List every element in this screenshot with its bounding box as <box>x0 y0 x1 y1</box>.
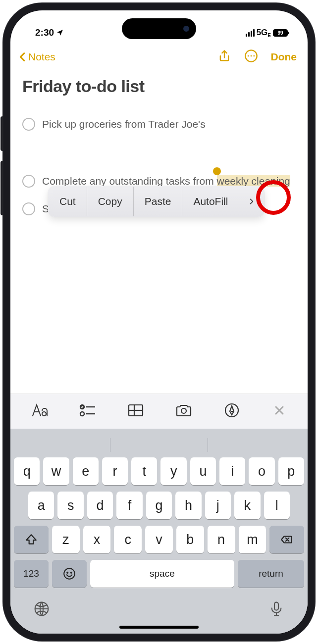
key-b[interactable]: b <box>176 526 204 553</box>
share-icon <box>217 49 231 63</box>
key-z[interactable]: z <box>52 526 80 553</box>
home-indicator[interactable] <box>119 626 199 629</box>
key-row-1: q w e r t y u i o p <box>13 457 305 485</box>
emoji-icon <box>63 567 76 580</box>
checkbox[interactable] <box>22 118 35 131</box>
format-button[interactable] <box>26 401 53 422</box>
svg-point-14 <box>67 572 68 573</box>
network-label: 5GE <box>257 28 271 38</box>
globe-icon <box>34 601 50 617</box>
nav-right: Done <box>217 49 297 65</box>
checklist-button[interactable] <box>74 401 101 422</box>
text-format-icon <box>31 403 48 418</box>
annotation-circle <box>256 180 291 215</box>
pen-circle-icon <box>223 403 240 418</box>
key-w[interactable]: w <box>43 457 69 485</box>
cut-menu-item[interactable]: Cut <box>49 187 87 216</box>
phone-frame: 2:30 5GE 99 Notes Done <box>2 2 316 642</box>
return-key[interactable]: return <box>238 560 304 588</box>
nav-bar: Notes Done <box>10 40 308 72</box>
svg-point-1 <box>247 55 249 57</box>
key-q[interactable]: q <box>14 457 40 485</box>
share-button[interactable] <box>217 49 231 65</box>
key-x[interactable]: x <box>83 526 111 553</box>
key-e[interactable]: e <box>73 457 99 485</box>
back-label: Notes <box>28 51 55 63</box>
key-m[interactable]: m <box>239 526 266 553</box>
screen: 2:30 5GE 99 Notes Done <box>10 10 308 634</box>
checkbox[interactable] <box>22 175 35 188</box>
dictation-button[interactable] <box>268 601 284 619</box>
ellipsis-circle-icon <box>244 49 258 63</box>
todo-text[interactable]: Pick up groceries from Trader Joe's <box>42 117 296 131</box>
key-f[interactable]: f <box>116 492 142 519</box>
context-menu: Cut Copy Paste AutoFill <box>48 186 265 217</box>
svg-point-11 <box>181 408 186 413</box>
note-title[interactable]: Friday to-do list <box>22 77 296 96</box>
key-row-4: 123 space return <box>13 560 305 588</box>
delete-key[interactable] <box>269 526 304 553</box>
cellular-signal-icon <box>246 29 255 37</box>
key-l[interactable]: l <box>264 492 290 519</box>
key-y[interactable]: y <box>160 457 186 485</box>
copy-menu-item[interactable]: Copy <box>87 187 134 216</box>
close-toolbar-button[interactable] <box>266 403 292 420</box>
shift-key[interactable] <box>14 526 49 553</box>
markup-button[interactable] <box>218 401 245 422</box>
camera-icon <box>175 403 192 418</box>
key-j[interactable]: j <box>205 492 231 519</box>
keyboard-bottom <box>13 594 305 623</box>
table-icon <box>127 403 144 418</box>
key-g[interactable]: g <box>146 492 172 519</box>
status-right: 5GE 99 <box>246 28 288 38</box>
key-s[interactable]: s <box>57 492 83 519</box>
numbers-key[interactable]: 123 <box>14 560 49 588</box>
shift-icon <box>25 533 38 546</box>
todo-item[interactable]: Pick up groceries from Trader Joe's <box>22 117 296 131</box>
location-services-icon <box>56 29 64 37</box>
mic-icon <box>268 601 284 617</box>
back-button[interactable]: Notes <box>17 50 55 64</box>
more-button[interactable] <box>244 49 258 65</box>
checklist-icon <box>79 403 96 418</box>
checkbox[interactable] <box>22 202 35 215</box>
key-r[interactable]: r <box>102 457 128 485</box>
keyboard: q w e r t y u i o p a s d f g h j k l <box>10 429 308 634</box>
emoji-key[interactable] <box>52 560 87 588</box>
key-v[interactable]: v <box>145 526 173 553</box>
key-u[interactable]: u <box>190 457 216 485</box>
key-a[interactable]: a <box>28 492 54 519</box>
key-o[interactable]: o <box>249 457 274 485</box>
key-k[interactable]: k <box>234 492 260 519</box>
table-button[interactable] <box>122 401 149 422</box>
space-key[interactable]: space <box>90 560 234 588</box>
paste-menu-item[interactable]: Paste <box>134 187 183 216</box>
candidate-row <box>13 433 305 457</box>
key-c[interactable]: c <box>114 526 142 553</box>
svg-point-3 <box>253 55 255 57</box>
key-row-2: a s d f g h j k l <box>13 492 305 519</box>
globe-button[interactable] <box>34 601 50 619</box>
key-d[interactable]: d <box>87 492 113 519</box>
key-row-3: z x c v b n m <box>13 526 305 553</box>
key-n[interactable]: n <box>208 526 235 553</box>
chevron-right-icon <box>248 197 255 206</box>
battery-icon: 99 <box>273 29 288 37</box>
autofill-menu-item[interactable]: AutoFill <box>182 187 239 216</box>
camera-button[interactable] <box>170 401 197 422</box>
key-h[interactable]: h <box>175 492 201 519</box>
note-content[interactable]: Friday to-do list Pick up groceries from… <box>10 72 308 394</box>
svg-point-2 <box>250 55 252 57</box>
key-t[interactable]: t <box>131 457 157 485</box>
dynamic-island <box>122 18 196 39</box>
status-time: 2:30 <box>35 27 54 38</box>
key-p[interactable]: p <box>278 457 304 485</box>
done-button[interactable]: Done <box>271 51 297 63</box>
key-i[interactable]: i <box>219 457 245 485</box>
chevron-left-icon <box>17 50 28 64</box>
svg-point-15 <box>71 572 72 573</box>
close-icon <box>273 404 285 416</box>
svg-rect-17 <box>274 602 278 610</box>
delete-icon <box>280 533 293 546</box>
svg-point-13 <box>64 568 75 579</box>
